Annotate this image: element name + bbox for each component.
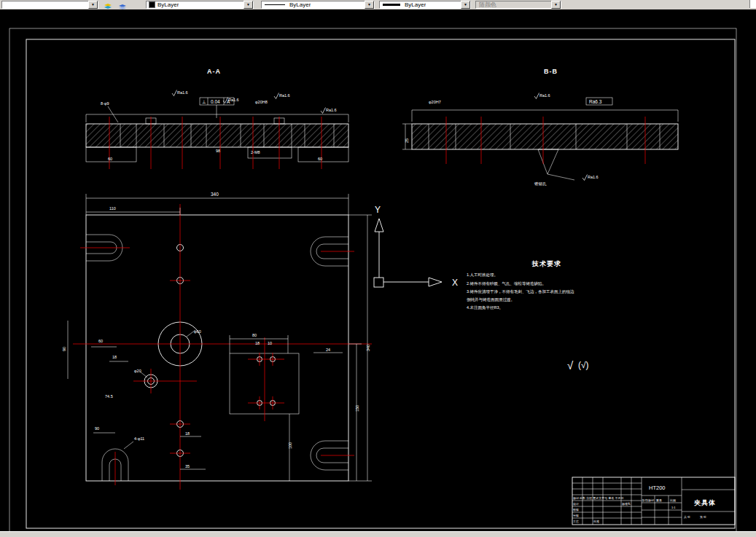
dim-label: 100 [288, 442, 292, 449]
finish-symbol-paren: (√) [578, 360, 589, 370]
dim-label: 340 [366, 345, 370, 351]
surface-finish-note: √ (√) [567, 359, 589, 372]
scrollbar-corner [749, 0, 756, 8]
dim-label: 110 [109, 206, 116, 211]
tech-line: 倒钝并与铸造面圆滑过渡。 [467, 297, 515, 302]
scale-value: 1:1 [671, 506, 676, 509]
check-cell: 校核 [572, 508, 579, 511]
dim-label: φ20H8 [255, 100, 268, 104]
tech-line: 3.铸件应清理干净，不得有毛刺、飞边，各加工表面上的锐边 [467, 289, 574, 294]
dim-label: 340 [211, 192, 219, 197]
dim-label: 18 [255, 341, 260, 345]
dim-label: 60 [98, 339, 103, 343]
section-a-label: A-A [207, 68, 221, 75]
coordinate-axes: Y X [374, 205, 458, 288]
color-control-value: ByLayer [157, 1, 179, 8]
lineweight-control[interactable]: ByLayer ▼ [379, 1, 471, 9]
section-b-label: B-B [544, 68, 558, 75]
approve-cell: 批准 [593, 520, 599, 523]
revision-header: 标记 处数 分区 更改文件号 签名 年月日 [573, 496, 624, 501]
tech-line: 4.未注圆角半径R3。 [467, 305, 503, 310]
roughness-label: Ra1.6 [539, 93, 550, 98]
dim-label: 90 [95, 426, 99, 431]
linetype-control-value: ByLayer [289, 1, 311, 8]
roughness-label: Ra1.6 [279, 93, 290, 98]
weight-cell: 重量 [655, 498, 662, 502]
title-block: HT200 夹具体 标记 处数 分区 更改文件号 签名 年月日 设计 标准化 校… [572, 477, 735, 525]
roughness-box-label: Ra6.3 [589, 99, 602, 104]
x-axis-label: X [452, 278, 458, 288]
plotstyle-control-value: 随颜色 [479, 1, 496, 9]
layers-icon [103, 3, 113, 9]
dim-label: 90 [62, 347, 66, 351]
dim-label: 18 [112, 355, 117, 359]
object-properties-toolbar: ▼ ByLayer ▼ ByLayer ▼ ByLayer ▼ 随颜色 ▼ [0, 0, 756, 9]
dim-label: φ60 [194, 329, 201, 334]
design-cell: 设计 [573, 502, 579, 506]
y-axis-label: Y [375, 205, 381, 215]
dim-label: 24 [326, 348, 330, 352]
bottom-strip [0, 531, 756, 537]
layer-previous-icon [117, 3, 128, 9]
sheets-cell: 共 张 [684, 515, 690, 519]
dim-label: 60 [318, 157, 322, 161]
tech-line: 1.人工时效处理。 [467, 273, 498, 278]
gdt-symbol: ⊥ [202, 99, 206, 104]
drawing-canvas[interactable]: A-A ⊥ [0, 9, 756, 532]
stage-cell: 阶段标记 [642, 498, 654, 503]
dim-label: 18 [185, 431, 190, 436]
scale-cell: 比例 [670, 498, 676, 503]
dim-label: φ20H7 [429, 100, 441, 104]
make-layer-current-button[interactable] [101, 1, 114, 9]
roughness-label: Ra1.6 [177, 90, 188, 95]
layer-control[interactable]: ▼ [1, 1, 98, 9]
roughness-label: Ra1.6 [326, 108, 337, 112]
lineweight-sample [383, 4, 400, 6]
roughness-label: Ra1.6 [228, 98, 239, 102]
finish-symbol: √ [567, 359, 574, 372]
chevron-down-icon[interactable]: ▼ [461, 1, 470, 9]
section-a-view: A-A ⊥ [86, 68, 348, 169]
chevron-down-icon[interactable]: ▼ [365, 1, 374, 9]
sheet-cell: 第 张 [700, 515, 706, 519]
chevron-down-icon[interactable]: ▼ [243, 1, 253, 9]
color-swatch [149, 1, 155, 8]
section-b-view: B-B Ra6.3 φ20H7 Ra1.6 25 锥销孔 Ra1.6 [402, 68, 678, 187]
dim-label: 98 [216, 149, 220, 153]
dim-label: 60 [108, 157, 112, 161]
part-name: 夹具体 [693, 499, 716, 506]
chevron-down-icon: ▼ [551, 1, 561, 9]
layer-previous-button[interactable] [116, 1, 129, 9]
sheet-frame [9, 28, 736, 533]
hole-callout: 4-φ11 [134, 436, 144, 441]
plotstyle-control: 随颜色 ▼ [475, 1, 561, 9]
cad-drawing: A-A ⊥ [0, 9, 756, 537]
plan-view: 340 110 60 90 18 74.5 90 4-φ11 φ60 φ20 8… [62, 192, 372, 490]
material-label: HT200 [649, 485, 666, 491]
dim-label: 2-M8 [251, 150, 260, 154]
dim-label: 10 [268, 341, 272, 345]
dim-label: 150 [355, 405, 359, 412]
dim-label: 25 [405, 138, 409, 143]
linetype-sample [265, 4, 285, 5]
dim-label: 35 [185, 464, 190, 469]
dim-label: 8-φ9 [101, 101, 109, 106]
tech-requirements-title: 技术要求 [531, 260, 561, 267]
review-cell: 审核 [573, 514, 579, 517]
chevron-down-icon[interactable]: ▼ [88, 1, 98, 9]
dim-label: φ20 [134, 369, 141, 373]
linetype-control[interactable]: ByLayer ▼ [261, 1, 375, 9]
technical-requirements: 技术要求 1.人工时效处理。 2.铸件不得有砂眼、气孔、缩松等铸造缺陷。 3.铸… [467, 260, 574, 310]
note-label: 锥销孔 [534, 181, 547, 187]
standardization-cell: 标准化 [622, 502, 631, 506]
color-control[interactable]: ByLayer ▼ [146, 1, 254, 9]
dim-label: 74.5 [105, 394, 113, 399]
tech-line: 2.铸件不得有砂眼、气孔、缩松等铸造缺陷。 [467, 281, 546, 286]
dim-label: 80 [252, 333, 257, 337]
gdt-tolerance: 0.04 [211, 99, 220, 104]
process-cell: 工艺 [573, 520, 579, 523]
lineweight-control-value: ByLayer [405, 1, 426, 8]
roughness-label: Ra1.6 [588, 175, 599, 179]
